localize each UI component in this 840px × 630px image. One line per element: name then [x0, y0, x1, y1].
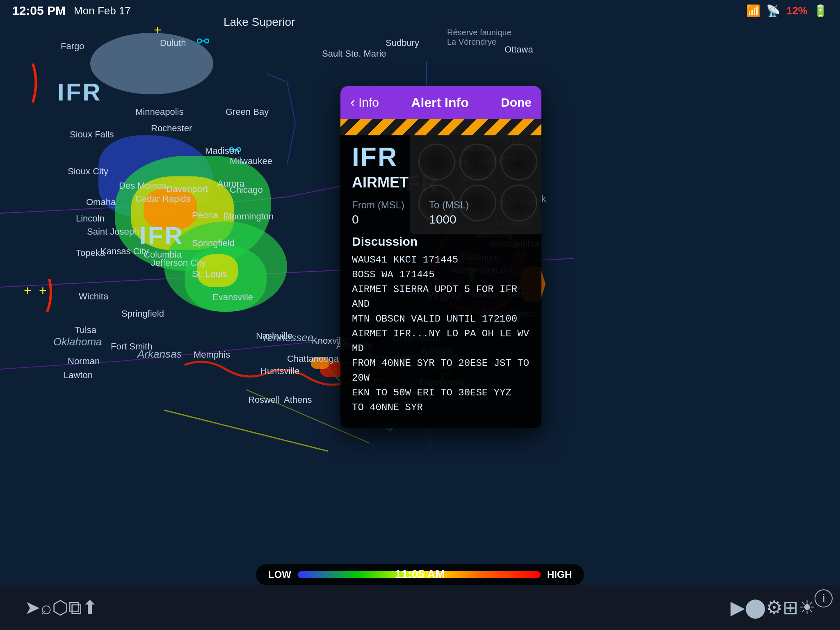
toolbar-settings[interactable]: ⚙ [766, 596, 783, 619]
radar-blob-orange [144, 189, 197, 230]
back-label: Info [358, 96, 379, 110]
legend-time: 11:05 AM [395, 568, 445, 581]
layers-icon: ⧉ [68, 596, 82, 619]
svg-line-0 [164, 410, 328, 451]
toolbar-video[interactable]: ▶ [730, 596, 745, 619]
gallery-icon: ⊞ [783, 596, 799, 619]
toolbar-camera[interactable]: ⬤ [745, 596, 766, 619]
panel-airmet-label: AIRMET [352, 174, 530, 191]
radar-blob-orange-2 [311, 357, 329, 369]
toolbar-search[interactable]: ⌕ [41, 596, 52, 619]
toolbar-weather[interactable]: ☀ [799, 596, 815, 619]
legend-high-label: HIGH [547, 569, 572, 580]
waypoint-icon-2: ⚯ [229, 142, 241, 159]
to-msl-label: To (MSL) [429, 199, 469, 211]
panel-body: IFR AIRMET From (MSL) 0 To (MSL) 1000 Di… [340, 135, 541, 428]
discussion-title: Discussion [352, 235, 530, 249]
compass-icon: ➤ [25, 596, 41, 619]
toolbar-gallery[interactable]: ⊞ [783, 596, 799, 619]
camera-icon: ⬤ [745, 596, 766, 619]
plus-marker-3: + [39, 283, 47, 298]
map-ifr-label-1: IFR [57, 78, 102, 106]
signal-icon: 📡 [766, 4, 781, 18]
weather-icon: ☀ [799, 596, 815, 619]
msl-row: From (MSL) 0 To (MSL) 1000 [352, 199, 530, 226]
wifi-icon: 📶 [746, 4, 760, 18]
radar-blob-gray [90, 33, 213, 94]
done-button[interactable]: Done [501, 96, 532, 110]
to-msl-value: 1000 [429, 212, 469, 226]
panel-header: ‹ Info Alert Info Done [340, 86, 541, 119]
waypoint-icon-1: ⚯ [197, 33, 209, 50]
panel-ifr-title: IFR [352, 135, 530, 172]
status-bar: 12:05 PM Mon Feb 17 📶 📡 12% 🔋 [0, 0, 840, 21]
video-icon: ▶ [730, 596, 745, 619]
toolbar-layers[interactable]: ⧉ [68, 596, 82, 619]
alert-panel: ‹ Info Alert Info Done IFR AIRMET From (… [340, 86, 541, 428]
back-button[interactable]: ‹ Info [350, 94, 379, 111]
battery-icon: 🔋 [813, 4, 828, 18]
panel-title: Alert Info [411, 95, 468, 110]
radar-blob-yellow-2 [197, 254, 238, 287]
plus-marker-2: + [24, 283, 32, 298]
from-msl-value: 0 [352, 212, 404, 226]
status-icons: 📶 📡 12% 🔋 [746, 4, 828, 18]
chevron-left-icon: ‹ [350, 94, 355, 111]
from-msl-col: From (MSL) 0 [352, 199, 404, 226]
settings-icon: ⚙ [766, 596, 783, 619]
battery-percentage: 12% [786, 5, 808, 17]
info-button[interactable]: i [815, 589, 833, 607]
legend-low-label: LOW [268, 569, 291, 580]
status-date: Mon Feb 17 [74, 5, 131, 17]
toolbar-map[interactable]: ⬡ [52, 596, 68, 619]
search-icon: ⌕ [41, 596, 52, 619]
bottom-toolbar: ➤ ⌕ ⬡ ⧉ ⬆ ▶ ⬤ ⚙ ⊞ ☀ i [0, 585, 840, 630]
toolbar-compass[interactable]: ➤ [25, 596, 41, 619]
to-msl-col: To (MSL) 1000 [429, 199, 469, 226]
toolbar-share[interactable]: ⬆ [82, 596, 98, 619]
share-icon: ⬆ [82, 596, 98, 619]
discussion-text: WAUS41 KKCI 171445BOSS WA 171445AIRMET S… [352, 253, 530, 417]
from-msl-label: From (MSL) [352, 199, 404, 211]
plus-marker: + [154, 23, 162, 38]
status-time: 12:05 PM [12, 4, 66, 18]
map-icon: ⬡ [52, 596, 68, 619]
warning-stripe [340, 119, 541, 135]
